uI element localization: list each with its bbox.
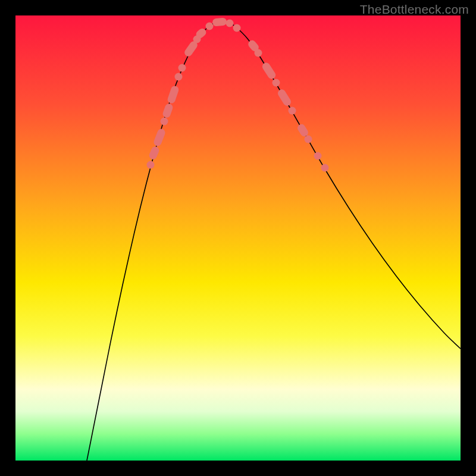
data-marker xyxy=(255,49,262,57)
data-marker xyxy=(206,23,214,30)
bottleneck-plot xyxy=(15,15,461,461)
data-marker xyxy=(147,161,155,169)
data-marker xyxy=(167,85,180,105)
data-marker xyxy=(226,20,234,27)
data-marker xyxy=(305,136,312,143)
data-marker xyxy=(289,107,296,115)
curve-path xyxy=(87,21,461,461)
data-marker xyxy=(148,145,161,160)
data-marker xyxy=(153,128,167,148)
data-marker xyxy=(314,152,322,160)
data-marker xyxy=(321,164,329,172)
chart-frame xyxy=(15,15,461,461)
data-marker xyxy=(273,79,280,87)
watermark-text: TheBottleneck.com xyxy=(360,2,469,17)
data-marker xyxy=(212,17,227,26)
data-marker xyxy=(161,118,168,126)
data-marker xyxy=(277,88,293,107)
data-marker xyxy=(162,103,174,119)
data-marker xyxy=(261,61,277,80)
data-marker xyxy=(178,64,186,72)
data-marker xyxy=(233,24,241,32)
data-marker xyxy=(175,73,183,81)
